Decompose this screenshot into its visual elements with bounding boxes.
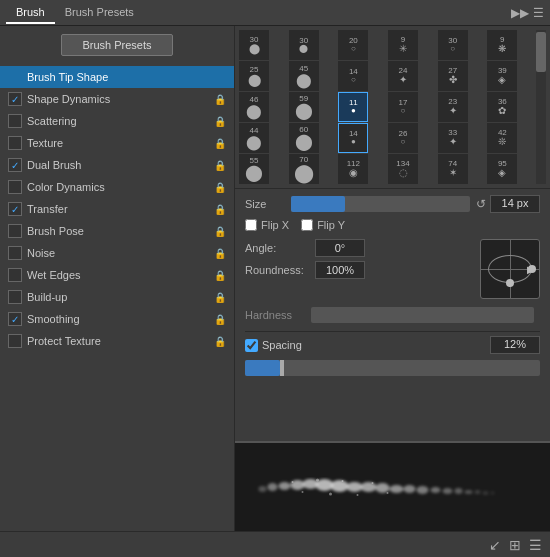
checkbox[interactable]: ✓ <box>8 312 22 326</box>
checkbox[interactable] <box>8 334 22 348</box>
checkbox[interactable] <box>8 136 22 150</box>
checkbox[interactable]: ✓ <box>8 158 22 172</box>
brush-cell[interactable]: 9❋ <box>487 30 517 60</box>
brush-cell[interactable]: 30⬤ <box>239 30 269 60</box>
svg-point-12 <box>417 486 429 494</box>
flip-y-label[interactable]: Flip Y <box>301 219 345 231</box>
svg-point-9 <box>376 483 390 493</box>
brush-cell[interactable]: 33✦ <box>438 123 468 153</box>
checkbox[interactable] <box>8 290 22 304</box>
footer-icon-2[interactable]: ⊞ <box>509 537 521 553</box>
brush-list: Brush Tip Shape ✓ Shape Dynamics 🔒 Scatt… <box>0 64 234 531</box>
roundness-input[interactable] <box>315 261 365 279</box>
checkbox[interactable] <box>8 268 22 282</box>
angle-circle-control[interactable]: ▶ <box>480 239 540 299</box>
brush-cell[interactable]: 25⬤ <box>239 61 269 91</box>
list-item[interactable]: Brush Tip Shape <box>0 66 234 88</box>
list-item[interactable]: Noise 🔒 <box>0 242 234 264</box>
brush-cell[interactable]: 112◉ <box>338 154 368 184</box>
checkbox[interactable] <box>8 114 22 128</box>
scrollbar[interactable] <box>536 30 546 184</box>
list-item[interactable]: ✓ Shape Dynamics 🔒 <box>0 88 234 110</box>
svg-point-0 <box>259 486 267 492</box>
lock-icon: 🔒 <box>214 116 226 127</box>
checkbox[interactable]: ✓ <box>8 92 22 106</box>
list-item[interactable]: Build-up 🔒 <box>0 286 234 308</box>
brush-cell[interactable]: 134◌ <box>388 154 418 184</box>
angle-roundness-area: Angle: Roundness: <box>245 239 540 299</box>
footer-icon-3[interactable]: ☰ <box>529 537 542 553</box>
circle-arrow: ▶ <box>527 264 535 275</box>
brush-cell[interactable]: 24✦ <box>388 61 418 91</box>
svg-point-15 <box>455 488 463 494</box>
brush-cell[interactable]: 60⬤ <box>289 123 319 153</box>
checkbox[interactable] <box>8 180 22 194</box>
brush-cell[interactable]: 42❊ <box>487 123 517 153</box>
brush-cell[interactable]: 26○ <box>388 123 418 153</box>
size-slider[interactable] <box>291 196 470 212</box>
lock-icon: 🔒 <box>214 336 226 347</box>
checkbox[interactable]: ✓ <box>8 202 22 216</box>
list-item[interactable]: Brush Pose 🔒 <box>0 220 234 242</box>
expand-icon[interactable]: ▶▶ <box>511 6 529 20</box>
list-item[interactable]: Scattering 🔒 <box>0 110 234 132</box>
brush-cell[interactable]: 20○ <box>338 30 368 60</box>
brush-cell[interactable]: 59⬤ <box>289 92 319 122</box>
flip-x-checkbox[interactable] <box>245 219 257 231</box>
brush-cell[interactable]: 30○ <box>438 30 468 60</box>
reset-icon[interactable]: ↺ <box>476 197 486 211</box>
lock-icon: 🔒 <box>214 94 226 105</box>
scrollbar-thumb[interactable] <box>536 32 546 72</box>
tab-brush-presets[interactable]: Brush Presets <box>55 2 144 24</box>
footer-icon-1[interactable]: ↙ <box>489 537 501 553</box>
brush-cell[interactable]: 95◈ <box>487 154 517 184</box>
spacing-checkbox[interactable] <box>245 339 258 352</box>
brush-cell[interactable]: 46⬤ <box>239 92 269 122</box>
list-item[interactable]: Texture 🔒 <box>0 132 234 154</box>
brush-cell[interactable]: 44⬤ <box>239 123 269 153</box>
spacing-value[interactable]: 12% <box>490 336 540 354</box>
item-label: Protect Texture <box>27 335 101 347</box>
brush-presets-button[interactable]: Brush Presets <box>61 34 172 56</box>
tab-brush[interactable]: Brush <box>6 2 55 24</box>
menu-icon[interactable]: ☰ <box>533 6 544 20</box>
list-item[interactable]: ✓ Smoothing 🔒 <box>0 308 234 330</box>
hardness-slider[interactable] <box>311 307 534 323</box>
size-value[interactable]: 14 px <box>490 195 540 213</box>
checkbox[interactable] <box>8 246 22 260</box>
brush-cell[interactable]: 27✤ <box>438 61 468 91</box>
list-item[interactable]: Color Dynamics 🔒 <box>0 176 234 198</box>
brush-cell[interactable]: 30⬤ <box>289 30 319 60</box>
header-icons: ▶▶ ☰ <box>511 6 544 20</box>
brush-cell[interactable]: 55⬤ <box>239 154 269 184</box>
brush-cell[interactable]: 39◈ <box>487 61 517 91</box>
flip-y-checkbox[interactable] <box>301 219 313 231</box>
brush-cell[interactable]: 11● <box>338 92 368 122</box>
spacing-label[interactable]: Spacing <box>245 339 490 352</box>
item-label: Brush Tip Shape <box>27 71 108 83</box>
item-label: Shape Dynamics <box>27 93 110 105</box>
brush-cell[interactable]: 14○ <box>338 61 368 91</box>
circle-handle-bottom[interactable] <box>506 279 514 287</box>
list-item[interactable]: ✓ Transfer 🔒 <box>0 198 234 220</box>
brush-cell[interactable]: 9✳ <box>388 30 418 60</box>
brush-cell[interactable]: 70⬤ <box>289 154 319 184</box>
flip-x-label[interactable]: Flip X <box>245 219 289 231</box>
item-label: Color Dynamics <box>27 181 105 193</box>
brush-cell[interactable]: 45⬤ <box>289 61 319 91</box>
checkbox[interactable] <box>8 224 22 238</box>
angle-input[interactable] <box>315 239 365 257</box>
list-item[interactable]: ✓ Dual Brush 🔒 <box>0 154 234 176</box>
hardness-row: Hardness <box>245 307 540 323</box>
brush-cell[interactable]: 17○ <box>388 92 418 122</box>
svg-point-22 <box>342 480 344 482</box>
list-item[interactable]: Wet Edges 🔒 <box>0 264 234 286</box>
brush-cell[interactable]: 74✶ <box>438 154 468 184</box>
brush-cell[interactable]: 36✿ <box>487 92 517 122</box>
spacing-slider[interactable] <box>245 360 540 376</box>
brush-cell[interactable]: 23✦ <box>438 92 468 122</box>
brush-cell[interactable]: 14● <box>338 123 368 153</box>
svg-point-27 <box>387 492 389 494</box>
spacing-slider-fill <box>245 360 280 376</box>
list-item[interactable]: Protect Texture 🔒 <box>0 330 234 352</box>
